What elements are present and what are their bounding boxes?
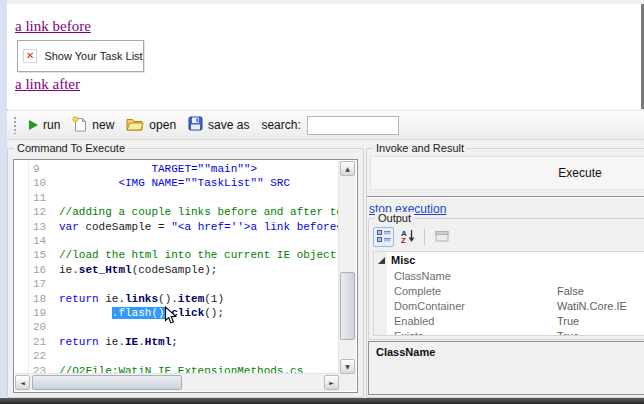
property-value[interactable]: WatiN.Core.IE (557, 300, 627, 312)
code-line[interactable]: 20 (15, 320, 339, 334)
scroll-down-button[interactable]: ▼ (340, 359, 355, 374)
toolbar-grip[interactable] (14, 117, 16, 134)
link-after[interactable]: a link after (15, 76, 80, 93)
new-label: new (92, 118, 114, 132)
property-grid: Misc ClassNameCompleteFalseDomContainerW… (373, 251, 644, 336)
task-list-image-placeholder[interactable]: ✕ Show Your Task List (17, 40, 144, 72)
property-pages-button (431, 227, 452, 247)
image-alt-text: Show Your Task List (44, 50, 142, 62)
broken-image-icon: ✕ (23, 49, 37, 63)
property-value[interactable]: True (557, 330, 579, 337)
command-groupbox: Command To Execute 9 TARGET=""main"">10 … (7, 148, 364, 398)
svg-text:Z: Z (401, 236, 406, 244)
code-line[interactable]: 17 (15, 277, 339, 291)
output-groupbox-title: Output (375, 212, 414, 224)
sort-az-icon: A Z (400, 228, 416, 247)
up-arrow-icon: ▲ (345, 166, 350, 172)
main-split-area: Command To Execute 9 TARGET=""main"">10 … (7, 140, 644, 398)
code-line[interactable]: 11 (15, 191, 339, 205)
categorized-button[interactable] (373, 227, 394, 247)
scroll-right-button[interactable]: ► (324, 375, 339, 390)
script-toolbar: run new open (7, 111, 644, 140)
horizontal-scrollbar[interactable]: ◄ ► (15, 373, 339, 391)
new-file-icon (72, 116, 87, 135)
command-groupbox-title: Command To Execute (14, 142, 128, 154)
code-line[interactable]: 21return ie.IE.Html; (15, 335, 339, 349)
new-button[interactable]: new (66, 113, 120, 138)
invoke-panel-clip: Invoke and Result Execute stop execution… (364, 140, 644, 398)
invoke-groupbox: Invoke and Result Execute stop execution… (366, 148, 644, 398)
code-lines: 9 TARGET=""main"">10 <IMG NAME=""TaskLis… (15, 161, 339, 374)
property-grid-toolbar: A Z (373, 226, 644, 248)
mouse-cursor-icon (164, 306, 177, 325)
code-line[interactable]: 18return ie.links().item(1) (15, 292, 339, 306)
scroll-up-button[interactable]: ▲ (340, 161, 355, 176)
save-as-label: save as (208, 118, 249, 132)
code-line[interactable]: 22 (15, 349, 339, 363)
window-bottom-edge (0, 398, 644, 404)
sort-alphabetical-button[interactable]: A Z (397, 227, 418, 247)
search-label: search: (261, 118, 300, 132)
property-name: Exists (374, 330, 557, 337)
vertical-scroll-thumb[interactable] (340, 272, 355, 340)
left-arrow-icon: ◄ (20, 380, 25, 386)
property-row[interactable]: ClassName (374, 268, 644, 283)
property-name: Complete (374, 285, 557, 297)
code-line[interactable]: 14 (15, 234, 339, 248)
code-line[interactable]: 13var codeSample = "<a href=''>a link be… (15, 220, 339, 234)
property-row[interactable]: ExistsTrue (374, 328, 644, 336)
description-property-name: ClassName (376, 346, 435, 358)
o2-script-window: a link before ✕ Show Your Task List a li… (0, 0, 644, 404)
invoke-divider (367, 196, 644, 198)
property-row[interactable]: DomContainerWatiN.Core.IE (374, 298, 644, 313)
code-line[interactable]: 19 .flash().click(); (15, 306, 339, 320)
open-folder-icon (126, 117, 144, 134)
property-row[interactable]: CompleteFalse (374, 283, 644, 298)
property-value[interactable]: False (557, 285, 584, 297)
property-name: ClassName (374, 270, 557, 282)
save-as-button[interactable]: save as (182, 113, 255, 137)
link-before[interactable]: a link before (15, 18, 91, 35)
category-label: Misc (391, 254, 415, 266)
categorized-icon (376, 228, 392, 247)
run-icon (29, 120, 38, 130)
code-line[interactable]: 9 TARGET=""main""> (15, 162, 339, 176)
code-line[interactable]: 12//adding a couple links before and aft… (15, 205, 339, 219)
execute-button[interactable]: Execute (370, 156, 644, 190)
code-line[interactable]: 16ie.set_Html(codeSample); (15, 263, 339, 277)
property-rows: ClassNameCompleteFalseDomContainerWatiN.… (374, 268, 644, 336)
save-icon (188, 116, 203, 134)
property-row[interactable]: EnabledTrue (374, 313, 644, 328)
open-button[interactable]: open (120, 114, 182, 137)
output-groupbox: Output (368, 218, 644, 340)
scrollbar-corner (339, 374, 356, 391)
vertical-scrollbar[interactable]: ▲ ▼ (338, 161, 356, 374)
property-name: Enabled (374, 315, 557, 327)
horizontal-scroll-thumb[interactable] (32, 375, 182, 390)
category-row-misc[interactable]: Misc (374, 252, 644, 268)
code-editor[interactable]: 9 TARGET=""main"">10 <IMG NAME=""TaskLis… (13, 159, 358, 393)
browser-preview-pane: a link before ✕ Show Your Task List a li… (7, 4, 644, 109)
search-input[interactable] (307, 116, 399, 135)
invoke-groupbox-title: Invoke and Result (373, 142, 467, 154)
down-arrow-icon: ▼ (345, 364, 350, 370)
run-label: run (43, 118, 60, 132)
code-area[interactable]: 9 TARGET=""main"">10 <IMG NAME=""TaskLis… (15, 161, 339, 374)
toolbar-separator (424, 229, 425, 245)
code-line[interactable]: 15//load the html into the current IE ob… (15, 248, 339, 262)
scroll-left-button[interactable]: ◄ (15, 375, 30, 390)
run-button[interactable]: run (23, 115, 66, 135)
property-name: DomContainer (374, 300, 557, 312)
property-pages-icon (434, 228, 450, 247)
collapse-icon (377, 256, 386, 265)
code-line[interactable]: 10 <IMG NAME=""TaskList"" SRC (15, 176, 339, 190)
property-value[interactable]: True (557, 315, 579, 327)
right-arrow-icon: ► (329, 380, 334, 386)
property-description-pane: ClassName (368, 341, 644, 395)
open-label: open (149, 118, 176, 132)
